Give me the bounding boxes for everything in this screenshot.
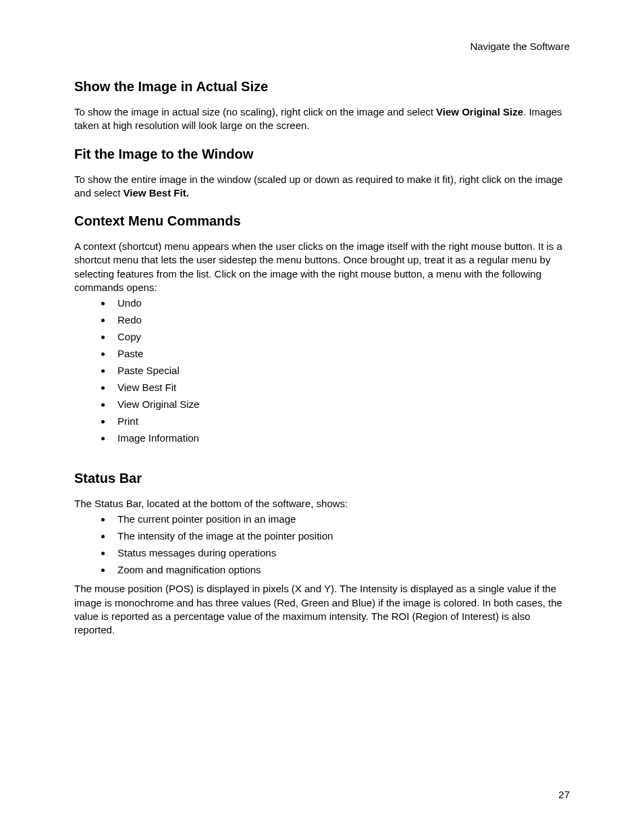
document-page: Navigate the Software Show the Image in … xyxy=(0,0,644,834)
paragraph-sec3: A context (shortcut) menu appears when t… xyxy=(74,240,570,294)
bold-text: View Best Fit. xyxy=(124,187,189,199)
status-bar-list: The current pointer position in an image… xyxy=(74,513,570,575)
list-item: Status messages during operations xyxy=(112,547,570,558)
list-item: Paste xyxy=(112,348,570,359)
heading-show-actual-size: Show the Image in Actual Size xyxy=(74,79,570,95)
list-item: Zoom and magnification options xyxy=(112,564,570,575)
heading-status-bar: Status Bar xyxy=(74,471,570,486)
heading-context-menu: Context Menu Commands xyxy=(74,213,570,229)
paragraph-sec4-intro: The Status Bar, located at the bottom of… xyxy=(74,497,570,511)
bold-text: View Original Size xyxy=(436,106,523,118)
list-item: Copy xyxy=(112,331,570,342)
paragraph-sec4-detail: The mouse position (POS) is displayed in… xyxy=(74,582,570,637)
heading-fit-window: Fit the Image to the Window xyxy=(74,147,570,162)
list-item: Print xyxy=(112,415,570,427)
list-item: View Best Fit xyxy=(112,382,570,393)
context-menu-list: Undo Redo Copy Paste Paste Special View … xyxy=(74,297,570,444)
text: To show the image in actual size (no sca… xyxy=(74,106,436,118)
list-item: Image Information xyxy=(112,432,570,444)
paragraph-sec2: To show the entire image in the window (… xyxy=(74,173,570,201)
list-item: Redo xyxy=(112,314,570,325)
paragraph-sec1: To show the image in actual size (no sca… xyxy=(74,105,570,133)
list-item: The current pointer position in an image xyxy=(112,513,570,525)
page-number: 27 xyxy=(558,789,570,800)
list-item: View Original Size xyxy=(112,398,570,410)
list-item: Paste Special xyxy=(112,365,570,376)
list-item: Undo xyxy=(112,297,570,309)
list-item: The intensity of the image at the pointe… xyxy=(112,530,570,542)
page-header: Navigate the Software xyxy=(74,41,570,52)
